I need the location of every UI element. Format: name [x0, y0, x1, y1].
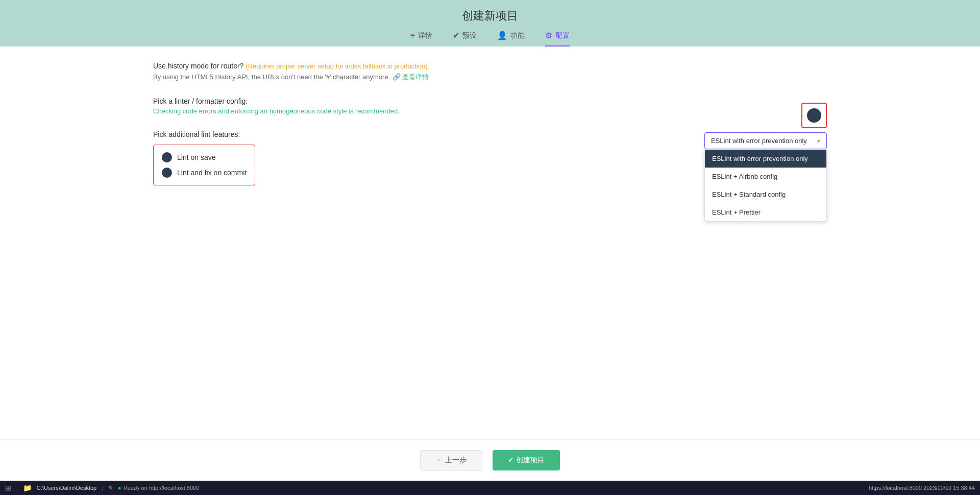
history-section: Use history mode for router? (Requires p…	[153, 62, 827, 82]
taskbar-left: ⊞ | 📁 C:\Users\Dalim\Desktop | ✎ ● Ready…	[5, 484, 864, 492]
toggle-dot	[807, 108, 821, 123]
linter-section: Pick a linter / formatter config: Checki…	[153, 97, 827, 115]
details-icon: ≡	[410, 31, 415, 40]
linter-dropdown: ESLint with error prevention only ESLint…	[704, 149, 827, 222]
history-link[interactable]: 🔗 查看详情	[393, 73, 429, 81]
toggle-container	[801, 103, 827, 128]
config-icon: ⚙	[545, 31, 552, 40]
linter-option-3[interactable]: ESLint + Standard config	[705, 185, 826, 203]
linter-label: Pick a linter / formatter config:	[153, 97, 827, 105]
history-warning: (Requires proper server setup for index …	[246, 62, 427, 70]
linter-container: ESLint with error prevention only ▾ ESLi…	[704, 132, 827, 222]
tab-config[interactable]: ⚙ 配置	[545, 31, 570, 46]
linter-option-2[interactable]: ESLint + Airbnb config	[705, 168, 826, 185]
linter-desc: Checking code errors and enforcing an ho…	[153, 107, 827, 115]
taskbar: ⊞ | 📁 C:\Users\Dalim\Desktop | ✎ ● Ready…	[0, 481, 980, 495]
folder-icon: 📁	[23, 484, 32, 492]
lint-features-box: Lint on save Lint and fix on commit	[153, 145, 255, 185]
header: 创建新项目 ≡ 详情 ✔ 预设 👤 功能 ⚙ 配置	[0, 0, 980, 46]
nav-tabs: ≡ 详情 ✔ 预设 👤 功能 ⚙ 配置	[410, 31, 570, 46]
linter-selected-value: ESLint with error prevention only	[711, 137, 807, 145]
create-button[interactable]: ✔ 创建项目	[493, 450, 560, 470]
lint-feature-1-label: Lint on save	[177, 153, 216, 161]
toggle-button[interactable]	[801, 103, 827, 128]
lint-feature-2-label: Lint and fix on commit	[177, 169, 247, 177]
lint-dot-1	[162, 152, 172, 162]
chevron-down-icon: ▾	[817, 137, 820, 145]
history-question: Use history mode for router? (Requires p…	[153, 62, 827, 70]
edit-icon: ✎	[108, 485, 113, 491]
tab-details-label: 详情	[418, 31, 432, 40]
history-desc: By using the HTML5 History API, the URLs…	[153, 72, 827, 82]
taskbar-time: 2023/10/10 15:38:44	[923, 485, 975, 491]
features-icon: 👤	[497, 31, 507, 40]
preset-icon: ✔	[453, 31, 459, 40]
taskbar-path: C:\Users\Dalim\Desktop	[37, 485, 96, 491]
linter-select[interactable]: ESLint with error prevention only ▾	[704, 132, 827, 149]
tab-config-label: 配置	[555, 31, 570, 40]
lint-feature-1[interactable]: Lint on save	[162, 152, 247, 162]
linter-option-1[interactable]: ESLint with error prevention only	[705, 150, 826, 168]
windows-icon: ⊞	[5, 484, 11, 492]
tab-features-label: 功能	[510, 31, 525, 40]
footer: ← 上一步 ✔ 创建项目	[0, 439, 980, 481]
taskbar-status: ● Ready on http://localhost:8000	[118, 485, 199, 491]
tab-preset-label: 预设	[462, 31, 477, 40]
tab-details[interactable]: ≡ 详情	[410, 31, 432, 46]
page-title: 创建新项目	[462, 8, 518, 23]
tab-features[interactable]: 👤 功能	[497, 31, 525, 46]
prev-button[interactable]: ← 上一步	[420, 450, 482, 470]
linter-option-4[interactable]: ESLint + Prettier	[705, 203, 826, 221]
lint-dot-2	[162, 168, 172, 178]
taskbar-right: https://localhost:8000 2023/10/10 15:38:…	[869, 485, 975, 491]
tab-preset[interactable]: ✔ 预设	[453, 31, 477, 46]
lint-feature-2[interactable]: Lint and fix on commit	[162, 168, 247, 178]
status-dot: ●	[118, 485, 121, 491]
main-content: Use history mode for router? (Requires p…	[0, 46, 980, 439]
taskbar-url: https://localhost:8000	[869, 485, 922, 491]
